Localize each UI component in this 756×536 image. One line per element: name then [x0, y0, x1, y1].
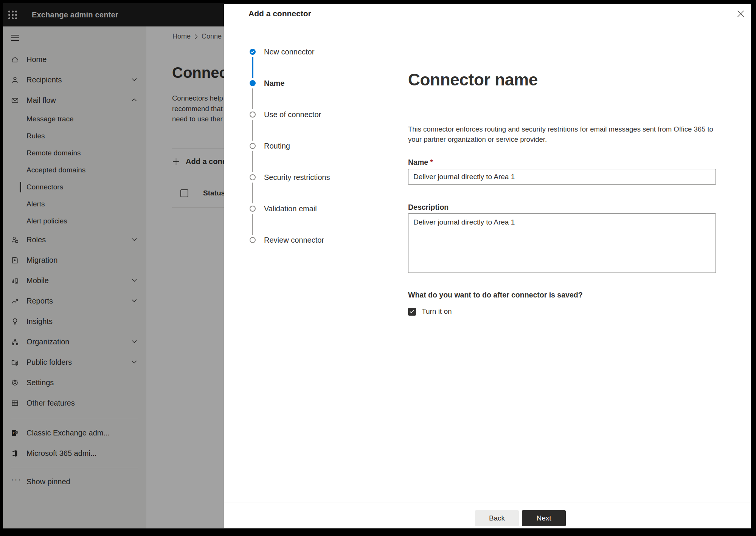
footer-divider — [224, 502, 751, 502]
close-icon — [737, 10, 744, 17]
step-connector-line — [252, 183, 253, 203]
dialog-header: Add a connector — [224, 4, 751, 24]
step-new-connector[interactable]: New connector — [224, 47, 314, 57]
step-security-restrictions[interactable]: Security restrictions — [224, 172, 330, 182]
next-button[interactable]: Next — [522, 510, 566, 526]
step-name[interactable]: Name — [224, 78, 284, 88]
step-upcoming-icon — [250, 143, 256, 149]
step-upcoming-icon — [250, 112, 256, 118]
step-connector-line — [252, 88, 253, 109]
after-save-question: What do you want to do after connector i… — [408, 291, 583, 299]
step-validation-email[interactable]: Validation email — [224, 204, 317, 214]
step-routing[interactable]: Routing — [224, 141, 290, 151]
step-upcoming-icon — [250, 237, 256, 243]
turn-it-on-checkbox[interactable]: Turn it on — [408, 307, 452, 316]
required-asterisk: * — [430, 158, 433, 166]
step-connector-line — [252, 57, 253, 78]
name-input[interactable] — [408, 169, 716, 185]
step-use-of-connector[interactable]: Use of connector — [224, 110, 321, 119]
wizard-steps: New connector Name Use of connector Rout… — [224, 25, 381, 502]
checkbox-checked-icon — [408, 308, 416, 316]
step-connector-line — [252, 151, 253, 172]
step-current-icon — [250, 80, 256, 86]
step-review-connector[interactable]: Review connector — [224, 235, 324, 245]
name-field-label: Name* — [408, 158, 433, 167]
wizard-page-heading: Connector name — [408, 70, 538, 89]
back-button[interactable]: Back — [475, 510, 519, 526]
wizard-page-description: This connector enforces routing and secu… — [408, 124, 720, 144]
description-textarea[interactable]: Deliver journal directly to Area 1 — [408, 213, 716, 273]
step-connector-line — [252, 214, 253, 235]
description-field-label: Description — [408, 203, 449, 212]
close-button[interactable] — [733, 6, 748, 21]
app-window: Exchange admin center Home Recipients — [3, 3, 751, 528]
step-upcoming-icon — [250, 174, 256, 180]
step-completed-icon — [250, 49, 256, 55]
step-upcoming-icon — [250, 206, 256, 212]
step-connector-line — [252, 120, 253, 141]
dialog-title: Add a connector — [248, 9, 311, 18]
turn-it-on-label: Turn it on — [422, 307, 452, 316]
add-connector-dialog: Add a connector New connector — [224, 4, 751, 528]
